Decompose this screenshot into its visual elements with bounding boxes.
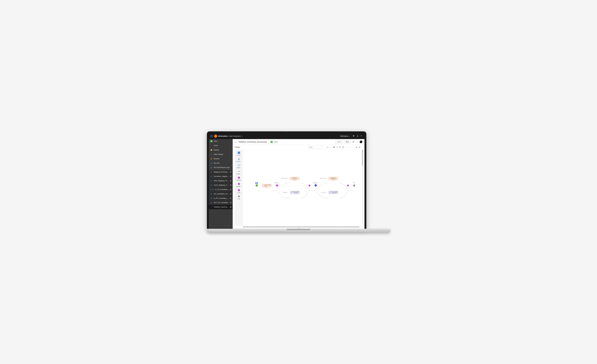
zoom-in-icon[interactable]: ⊕ xyxy=(356,146,357,148)
user-icon[interactable]: ♔ xyxy=(357,135,359,137)
close-icon[interactable]: ✕ xyxy=(230,189,232,190)
flow-start-node[interactable]: Start xyxy=(256,184,258,187)
flow-end-node[interactable] xyxy=(353,184,355,187)
close-icon[interactable]: ✕ xyxy=(230,206,232,208)
sidebar-item-home[interactable]: ⌂Home xyxy=(209,144,233,148)
mapping-icon: ⊞ xyxy=(210,197,212,199)
flag-icon[interactable]: ⚑ xyxy=(353,135,354,137)
account-dropdown[interactable]: Informatica▾ xyxy=(340,135,349,137)
merge-diamond-icon xyxy=(347,184,349,187)
mapping-icon: ⊞ xyxy=(210,193,212,195)
redo-icon[interactable]: ↷ xyxy=(351,146,352,148)
mapping-icon: ⊞ xyxy=(212,189,214,190)
sidebar-item-import-export-logs[interactable]: ▤My Import/Export Logs xyxy=(209,165,233,170)
flow-merge-2[interactable] xyxy=(347,185,349,186)
sidebar-tab-taskflow-inventroty[interactable]: ✦Taskflow_Inventrot...✕ xyxy=(209,205,233,209)
flow-alert-failure-2[interactable]: ⚑ALERT_INCASE_ FAILURE 1 xyxy=(329,191,338,194)
canvas[interactable]: Start Data_processin g_DL + Decision 1 xyxy=(243,150,363,226)
brand-text: Informatica xyxy=(218,135,228,137)
page-title: Taskflow_Inventroty_processing xyxy=(238,141,267,143)
task-icon xyxy=(263,185,264,186)
delete-icon[interactable]: 🗑 xyxy=(333,146,335,148)
kebab-menu-icon[interactable]: ⋮ xyxy=(356,140,358,143)
filewatch-icon: 📡 xyxy=(235,158,243,160)
flow-task-aggregate-view[interactable]: Aggregate View on DW + xyxy=(329,177,338,180)
logs-icon: ▤ xyxy=(210,167,212,168)
subtask-icon xyxy=(235,170,243,173)
chevron-down-icon: ▾ xyxy=(242,136,242,137)
panel-drag-handle[interactable]: ••• xyxy=(298,228,300,229)
find-input[interactable] xyxy=(308,146,323,149)
top-nav: Informatica Data Integration▾ Informatic… xyxy=(209,133,364,139)
flow-decision-1[interactable] xyxy=(276,185,278,186)
undo-icon[interactable]: ↶ xyxy=(348,146,349,148)
close-icon[interactable]: ✕ xyxy=(230,202,232,204)
decision-diamond-icon xyxy=(276,184,278,187)
horizontal-scrollbar[interactable] xyxy=(243,226,362,228)
start-circle-icon xyxy=(256,184,258,187)
close-icon[interactable]: ✕ xyxy=(230,171,232,173)
sidebar-tab-m-po-snowflake[interactable]: ⊞m_PO_Snowflake_...✕ xyxy=(209,196,233,200)
decision-diamond-icon xyxy=(314,184,317,187)
sidebar-item-explore[interactable]: 📁Explore xyxy=(209,148,233,152)
jobs-icon: ▤ xyxy=(210,162,212,164)
close-icon[interactable]: ✕ xyxy=(360,141,362,143)
sidebar-tab-serverless[interactable]: ⊞Serverless_Mappin...✕ xyxy=(209,174,233,179)
svg-point-2 xyxy=(235,142,236,143)
sidebar-tab-azure[interactable]: ⊞Azure_Mapping_P...✕ xyxy=(209,183,233,187)
palette-item-subtask[interactable]: Subtas... xyxy=(235,169,243,175)
flow-alert-failure-1[interactable]: ⚑ALERT_INCASE_ FAILURE xyxy=(290,191,299,194)
palette-item-filewatch[interactable]: 📡File Wa... xyxy=(235,157,243,163)
collapse-left-icon[interactable]: |← xyxy=(327,146,330,148)
close-icon[interactable]: ✕ xyxy=(230,180,232,182)
plus-icon[interactable]: + xyxy=(294,180,295,181)
mapping-icon: ⊞ xyxy=(210,202,212,204)
product-dropdown[interactable]: Data Integration▾ xyxy=(229,135,243,137)
flow-decision-2[interactable] xyxy=(315,184,317,186)
sidebar: +New... ⌂Home 📁Explore ✦Data Catalog ▣Bu… xyxy=(209,139,233,229)
sidebar-tab-mapping-purchase[interactable]: ⊞Mapping_Purchase...✕ xyxy=(209,170,233,174)
palette-item-decision[interactable]: Decision xyxy=(235,175,243,182)
palette-item-parallel[interactable]: Parallel... xyxy=(235,182,243,188)
palette-item-ingest[interactable]: ➤Ingesti... xyxy=(235,163,243,169)
palette-item-jump[interactable]: ↗Jump xyxy=(235,188,243,194)
cut-icon[interactable]: ✂ xyxy=(336,146,338,148)
flow-task-data-processing[interactable]: Data_processin g_DL + xyxy=(262,184,271,187)
sidebar-tab-aws[interactable]: ⊞AWS_Mapping_Pu...✕ xyxy=(209,179,233,183)
sidebar-item-my-jobs[interactable]: ▤My Jobs xyxy=(209,161,233,165)
sidebar-item-bundles[interactable]: ▣Bundles xyxy=(209,157,233,161)
zoom-out-icon[interactable]: ⊖ xyxy=(359,146,360,148)
design-toolbar: Design |← 🗑 ✂ ⧉ 📋 ↶ ↷ ⊕ xyxy=(233,145,363,150)
sidebar-item-data-catalog[interactable]: ✦Data Catalog xyxy=(209,152,233,157)
taskflow-icon: ✦ xyxy=(210,206,212,208)
plus-icon[interactable]: + xyxy=(333,180,334,181)
close-icon[interactable]: ✕ xyxy=(230,193,232,195)
end-icon xyxy=(238,196,240,197)
hamburger-icon[interactable] xyxy=(210,135,213,137)
sidebar-tab-mct-po-snowflake[interactable]: ⊞MCT_PO_Snowflak...✕ xyxy=(209,200,233,205)
validate-icon[interactable]: ☑ xyxy=(353,141,354,143)
end-label: End xyxy=(353,182,355,183)
bundle-icon: ▣ xyxy=(210,158,212,160)
close-icon[interactable]: ✕ xyxy=(230,184,232,186)
sidebar-tab-m-s3-snowflake[interactable]: ⊞m_S3_Snowflake_...✕ xyxy=(209,187,233,192)
help-icon[interactable]: ? xyxy=(361,135,362,137)
flow-merge-1[interactable] xyxy=(309,185,310,186)
paste-icon[interactable]: 📋 xyxy=(342,146,344,148)
copy-icon[interactable]: ⧉ xyxy=(339,146,341,148)
branch-otherwise-1: Otherwise ▸ xyxy=(283,192,288,193)
taskflow-icon xyxy=(235,141,237,143)
vertical-scrollbar[interactable] xyxy=(362,150,363,226)
sidebar-tab-mct-snowflake[interactable]: ⊞mct_Snowflake_Ad...✕ xyxy=(209,192,233,196)
run-button[interactable]: Run xyxy=(344,140,351,144)
mapping-icon: ⊞ xyxy=(210,184,212,186)
palette-item-command[interactable]: Comm... xyxy=(235,151,243,157)
svg-point-1 xyxy=(236,141,237,141)
close-icon[interactable]: ✕ xyxy=(230,197,232,199)
close-icon[interactable]: ✕ xyxy=(230,175,232,177)
save-button[interactable]: Save xyxy=(335,140,343,144)
plus-icon[interactable]: + xyxy=(266,187,267,188)
sidebar-item-new[interactable]: +New... xyxy=(209,139,233,144)
palette-item-end[interactable]: End xyxy=(235,194,243,200)
flow-task-move-dl-dw[interactable]: Move From DL to DW + xyxy=(290,177,299,180)
